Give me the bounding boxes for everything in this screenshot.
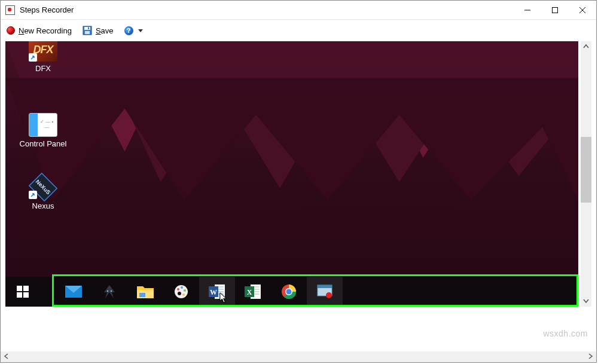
svg-rect-11 — [17, 286, 22, 291]
new-recording-button[interactable]: New Recording — [7, 26, 72, 35]
scroll-right-button[interactable] — [584, 353, 596, 360]
save-icon — [83, 26, 92, 35]
svg-rect-1 — [553, 7, 558, 13]
desktop-icon-control-panel[interactable]: Control Panel — [17, 113, 69, 148]
steps-recorder-window: Steps Recorder New Recording Save ? — [0, 0, 597, 363]
new-recording-label: New Recording — [19, 26, 72, 35]
maximize-button[interactable] — [541, 1, 569, 20]
vertical-scrollbar[interactable] — [581, 41, 591, 307]
svg-rect-7 — [88, 27, 89, 30]
toolbar: New Recording Save ? — [1, 20, 596, 41]
icon-label: Control Panel — [20, 139, 67, 148]
captured-desktop: DFX Control Panel Nexus — [5, 41, 578, 307]
chevron-down-icon — [138, 29, 143, 32]
close-icon — [579, 7, 586, 14]
minimize-icon — [524, 7, 531, 14]
steps-recorder-app-icon — [5, 5, 15, 15]
wallpaper-mountains — [5, 41, 578, 307]
help-icon: ? — [124, 26, 133, 35]
save-button[interactable]: Save — [83, 26, 114, 35]
minimize-button[interactable] — [514, 1, 541, 20]
windows-logo-icon — [17, 286, 29, 298]
recording-content-area: DFX Control Panel Nexus — [1, 41, 596, 362]
chevron-left-icon — [4, 353, 10, 359]
maximize-icon — [551, 7, 559, 14]
watermark-text: wsxdh.com — [543, 329, 588, 338]
desktop-icon-nexus[interactable]: Nexus — [17, 175, 69, 210]
svg-marker-10 — [5, 78, 578, 200]
start-button[interactable] — [5, 277, 40, 307]
save-label: Save — [96, 26, 114, 35]
svg-rect-13 — [17, 292, 22, 298]
scroll-thumb[interactable] — [581, 137, 591, 203]
svg-rect-5 — [84, 27, 90, 30]
icon-label: Nexus — [32, 201, 54, 210]
nexus-icon — [29, 175, 57, 199]
window-title: Steps Recorder — [20, 5, 74, 14]
shortcut-overlay-icon — [29, 53, 37, 62]
record-icon — [7, 26, 15, 35]
titlebar[interactable]: Steps Recorder — [1, 1, 596, 20]
scroll-up-button[interactable] — [581, 41, 591, 52]
svg-rect-14 — [23, 292, 29, 298]
close-button[interactable] — [569, 1, 596, 20]
icon-label: DFX — [35, 64, 51, 73]
help-dropdown[interactable]: ? — [124, 26, 143, 35]
chevron-right-icon — [587, 353, 593, 359]
shortcut-overlay-icon — [29, 191, 37, 199]
horizontal-scrollbar[interactable] — [1, 351, 596, 362]
control-panel-icon — [29, 113, 57, 137]
svg-rect-6 — [85, 31, 90, 34]
svg-rect-12 — [23, 286, 29, 291]
desktop-icon-dfx[interactable]: DFX — [17, 41, 69, 73]
scroll-down-button[interactable] — [581, 296, 591, 307]
chevron-up-icon — [583, 44, 589, 50]
dfx-icon — [29, 41, 57, 62]
scroll-left-button[interactable] — [1, 353, 13, 360]
chevron-down-icon — [583, 298, 589, 304]
highlight-box — [52, 274, 578, 307]
